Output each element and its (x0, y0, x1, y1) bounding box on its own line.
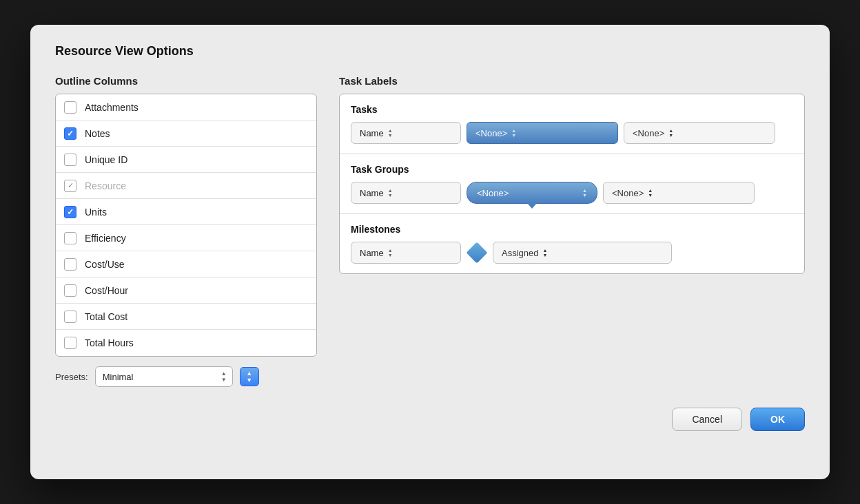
tasks-name-arrows: ▲ ▼ (388, 128, 397, 138)
task-labels-section-label: Task Labels (339, 75, 805, 87)
ok-button[interactable]: OK (750, 408, 805, 431)
tasks-none2-dropdown[interactable]: <None> ▲ ▼ (624, 122, 775, 144)
arrow-up-icon: ▲ (388, 128, 393, 133)
milestones-title: Milestones (351, 224, 793, 235)
right-panel: Task Labels Tasks Name ▲ ▼ (339, 75, 805, 387)
milestones-section: Milestones Name ▲ ▼ (340, 214, 804, 273)
cancel-button[interactable]: Cancel (672, 408, 742, 431)
arrow-down-icon: ▼ (668, 133, 673, 138)
arrow-up-icon: ▲ (221, 371, 227, 377)
milestones-name-value: Name (360, 248, 384, 258)
task-groups-none2-arrows: ▲ ▼ (648, 188, 657, 198)
notes-label: Notes (85, 128, 110, 139)
cost-hour-checkbox[interactable] (64, 284, 76, 297)
diamond-shape (466, 242, 487, 263)
list-item: Attachments (56, 94, 316, 120)
milestones-assigned-dropdown[interactable]: Assigned ▲ ▼ (493, 242, 672, 264)
arrow-up-icon: ▲ (511, 128, 516, 133)
task-groups-none2-value: <None> (612, 188, 644, 198)
arrow-up-icon: ▲ (388, 188, 393, 193)
task-labels-box: Tasks Name ▲ ▼ <None> ▲ (339, 94, 805, 274)
arrow-down-icon: ▼ (582, 193, 587, 198)
tasks-none2-arrows: ▲ ▼ (668, 128, 677, 138)
tasks-dropdowns-row: Name ▲ ▼ <None> ▲ ▼ (351, 122, 793, 144)
cost-use-label: Cost/Use (85, 259, 125, 270)
presets-label: Presets: (55, 372, 88, 382)
list-item: Cost/Use (56, 251, 316, 277)
task-groups-section: Task Groups Name ▲ ▼ <None> ▲ (340, 154, 804, 214)
notes-checkbox[interactable]: ✓ (64, 127, 76, 140)
list-item: ✓ Notes (56, 120, 316, 147)
arrow-down-icon: ▼ (388, 253, 393, 258)
task-groups-name-dropdown[interactable]: Name ▲ ▼ (351, 182, 461, 204)
outline-columns-label: Outline Columns (55, 75, 317, 87)
total-cost-checkbox[interactable] (64, 311, 76, 323)
diamond-icon (467, 242, 487, 263)
unique-id-checkbox[interactable] (64, 154, 76, 166)
task-groups-name-arrows: ▲ ▼ (388, 188, 397, 198)
task-groups-none-value: <None> (477, 188, 582, 198)
unique-id-label: Unique ID (85, 154, 127, 165)
arrow-down-icon: ▼ (388, 133, 393, 138)
attachments-checkbox[interactable] (64, 101, 76, 114)
units-label: Units (85, 207, 107, 218)
arrow-down-icon: ▼ (388, 193, 393, 198)
arrow-up-icon: ▲ (648, 188, 653, 193)
arrow-down-icon: ▼ (221, 377, 227, 383)
task-groups-dropdowns-row: Name ▲ ▼ <None> ▲ ▼ (351, 182, 793, 204)
tasks-title: Tasks (351, 104, 793, 115)
units-checkbox[interactable]: ✓ (64, 206, 76, 218)
total-hours-checkbox[interactable] (64, 337, 76, 349)
list-item: Efficiency (56, 225, 316, 251)
arrow-up-icon: ▲ (542, 248, 547, 253)
resource-view-options-dialog: Resource View Options Outline Columns At… (30, 25, 830, 479)
tasks-name-value: Name (360, 128, 384, 138)
arrow-up-icon: ▲ (582, 188, 587, 193)
task-groups-name-value: Name (360, 188, 384, 198)
arrow-down-icon: ▼ (511, 133, 516, 138)
milestones-name-dropdown[interactable]: Name ▲ ▼ (351, 242, 461, 264)
total-hours-label: Total Hours (85, 337, 134, 348)
presets-select[interactable]: Minimal ▲ ▼ (95, 366, 233, 387)
task-groups-title: Task Groups (351, 164, 793, 175)
content-area: Outline Columns Attachments ✓ Notes (55, 75, 805, 387)
task-groups-none2-dropdown[interactable]: <None> ▲ ▼ (603, 182, 755, 204)
attachments-label: Attachments (85, 102, 139, 113)
dialog-title: Resource View Options (55, 44, 805, 59)
task-groups-none-bubble[interactable]: <None> ▲ ▼ (467, 182, 597, 204)
milestones-name-arrows: ▲ ▼ (388, 248, 397, 258)
cost-hour-label: Cost/Hour (85, 285, 128, 296)
tasks-name-dropdown[interactable]: Name ▲ ▼ (351, 122, 461, 144)
tasks-none-arrows: ▲ ▼ (511, 128, 520, 138)
list-item: Cost/Hour (56, 277, 316, 304)
total-cost-label: Total Cost (85, 311, 127, 322)
presets-dropdown-button[interactable]: ▲ ▼ (240, 367, 259, 386)
efficiency-checkbox[interactable] (64, 232, 76, 244)
tasks-none2-value: <None> (633, 128, 664, 138)
milestones-row: Name ▲ ▼ Assigned ▲ (351, 242, 793, 264)
arrow-up-icon: ▲ (668, 128, 673, 133)
presets-row: Presets: Minimal ▲ ▼ ▲ ▼ (55, 366, 317, 387)
dialog-footer: Cancel OK (55, 408, 805, 434)
columns-list: Attachments ✓ Notes Unique ID (55, 94, 317, 357)
arrow-up-icon: ▲ (388, 248, 393, 253)
efficiency-label: Efficiency (85, 233, 126, 244)
cost-use-checkbox[interactable] (64, 258, 76, 271)
milestones-assigned-arrows: ▲ ▼ (542, 248, 551, 258)
tasks-none-value: <None> (475, 128, 507, 138)
list-item: ✓ Resource (56, 173, 316, 199)
presets-value: Minimal (103, 372, 217, 382)
list-item: Total Cost (56, 304, 316, 330)
tasks-none-dropdown[interactable]: <None> ▲ ▼ (467, 122, 618, 144)
presets-arrows: ▲ ▼ (221, 371, 227, 383)
list-item: Unique ID (56, 147, 316, 173)
list-item: Total Hours (56, 330, 316, 356)
milestones-assigned-value: Assigned (502, 248, 538, 258)
list-item: ✓ Units (56, 199, 316, 225)
arrow-down-icon: ▼ (648, 193, 653, 198)
resource-checkbox[interactable]: ✓ (64, 180, 76, 192)
arrow-down-icon: ▼ (542, 253, 547, 258)
left-panel: Outline Columns Attachments ✓ Notes (55, 75, 317, 387)
resource-label: Resource (85, 180, 126, 191)
tasks-section: Tasks Name ▲ ▼ <None> ▲ (340, 94, 804, 154)
